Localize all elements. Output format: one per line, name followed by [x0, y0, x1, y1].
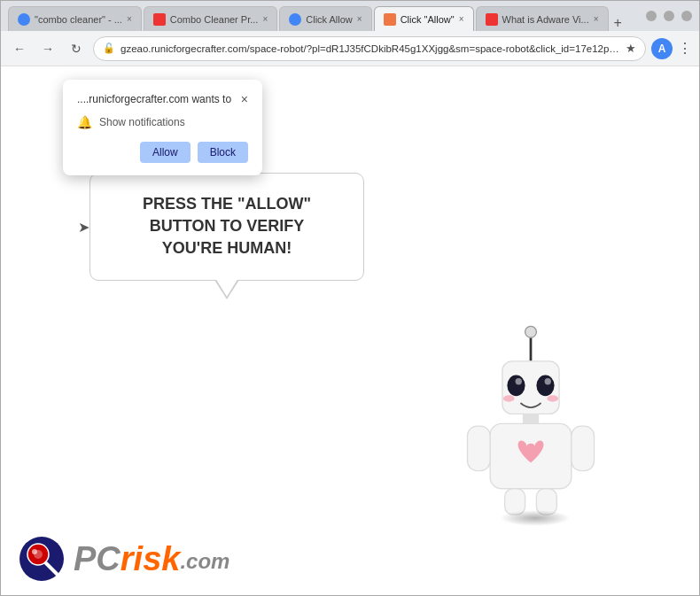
cursor-icon: ➤ — [78, 218, 89, 235]
bell-icon: 🔔 — [77, 115, 92, 129]
tab-combo-cleaner-pr[interactable]: Combo Cleaner Pr... × — [144, 6, 278, 31]
pc-text: PC — [74, 540, 121, 577]
svg-rect-9 — [523, 414, 539, 423]
tab-label-1: "combo cleaner" - ... — [35, 14, 122, 25]
reload-button[interactable]: ↻ — [65, 37, 88, 60]
svg-point-19 — [32, 549, 37, 554]
page-content: ....runicforgecrafter.com wants to × 🔔 S… — [1, 66, 699, 595]
tab-close-1[interactable]: × — [127, 14, 132, 24]
tab-group: "combo cleaner" - ... × Combo Cleaner Pr… — [8, 1, 634, 31]
svg-point-3 — [507, 375, 525, 396]
bubble-text: PRESS THE "ALLOW" BUTTON TO VERIFY YOU'R… — [115, 193, 338, 260]
allow-button[interactable]: Allow — [140, 142, 191, 163]
maximize-button[interactable] — [664, 11, 674, 21]
minimize-button[interactable] — [646, 11, 657, 21]
lock-icon: 🔓 — [103, 43, 115, 54]
new-tab-button[interactable]: + — [614, 15, 622, 31]
window-controls — [646, 11, 692, 21]
speech-bubble-container: ➤ PRESS THE "ALLOW" BUTTON TO VERIFY YOU… — [89, 173, 364, 281]
tab-close-5[interactable]: × — [594, 14, 599, 24]
pcrisk-text: PCrisk.com — [74, 540, 229, 578]
title-bar: "combo cleaner" - ... × Combo Cleaner Pr… — [1, 1, 699, 31]
robot-svg — [451, 321, 611, 515]
svg-point-4 — [536, 375, 554, 396]
tab-label-5: What is Adware Vi... — [502, 14, 589, 25]
tab-close-2[interactable]: × — [262, 14, 268, 24]
tab-favicon-4 — [384, 13, 396, 26]
block-button[interactable]: Block — [198, 142, 248, 163]
tab-adware[interactable]: What is Adware Vi... × — [476, 6, 609, 31]
notification-title: ....runicforgecrafter.com wants to — [77, 93, 231, 105]
tab-favicon-5 — [486, 13, 498, 26]
tab-favicon-3 — [289, 13, 301, 26]
svg-point-1 — [525, 326, 537, 337]
address-text: gzeao.runicforgecrafter.com/space-robot/… — [121, 43, 620, 54]
profile-button[interactable]: A — [651, 38, 673, 59]
pcrisk-icon-svg — [19, 536, 65, 582]
tab-label-3: Click Allow — [306, 14, 353, 25]
back-button[interactable]: ← — [8, 37, 31, 60]
notification-close-button[interactable]: × — [241, 92, 248, 106]
svg-point-6 — [545, 378, 551, 384]
tab-favicon-2 — [153, 13, 166, 26]
address-bar[interactable]: 🔓 gzeao.runicforgecrafter.com/space-robo… — [93, 36, 646, 61]
com-text: .com — [180, 548, 229, 572]
risk-text: risk — [121, 540, 181, 577]
svg-point-8 — [547, 395, 558, 401]
tab-close-3[interactable]: × — [357, 14, 362, 24]
tab-combo-cleaner[interactable]: "combo cleaner" - ... × — [8, 6, 142, 31]
notification-label: Show notifications — [99, 116, 185, 128]
pcrisk-logo: PCrisk.com — [19, 536, 229, 582]
tab-close-4[interactable]: × — [459, 14, 464, 24]
tab-label-4: Click "Allow" — [401, 14, 455, 25]
close-button[interactable] — [681, 11, 692, 21]
robot-illustration — [451, 321, 611, 515]
tab-click-allow-active[interactable]: Click "Allow" × — [374, 6, 474, 31]
tab-favicon-1 — [18, 13, 30, 26]
robot-shadow — [500, 510, 571, 526]
svg-point-5 — [516, 378, 522, 384]
notification-buttons: Allow Block — [77, 142, 248, 163]
browser-window: "combo cleaner" - ... × Combo Cleaner Pr… — [0, 0, 700, 596]
svg-point-7 — [503, 395, 515, 401]
notification-row: 🔔 Show notifications — [77, 115, 248, 129]
tab-label-2: Combo Cleaner Pr... — [170, 14, 259, 25]
tab-click-allow[interactable]: Click Allow × — [279, 6, 371, 31]
menu-button[interactable]: ⋮ — [678, 40, 692, 57]
forward-button[interactable]: → — [36, 37, 59, 60]
notification-popup: ....runicforgecrafter.com wants to × 🔔 S… — [63, 80, 262, 175]
svg-rect-12 — [572, 426, 595, 470]
bookmark-icon[interactable]: ★ — [626, 42, 636, 55]
notification-header: ....runicforgecrafter.com wants to × — [77, 92, 248, 106]
svg-rect-11 — [468, 426, 491, 470]
navigation-bar: ← → ↻ 🔓 gzeao.runicforgecrafter.com/spac… — [1, 31, 699, 66]
speech-bubble: ➤ PRESS THE "ALLOW" BUTTON TO VERIFY YOU… — [89, 173, 364, 281]
